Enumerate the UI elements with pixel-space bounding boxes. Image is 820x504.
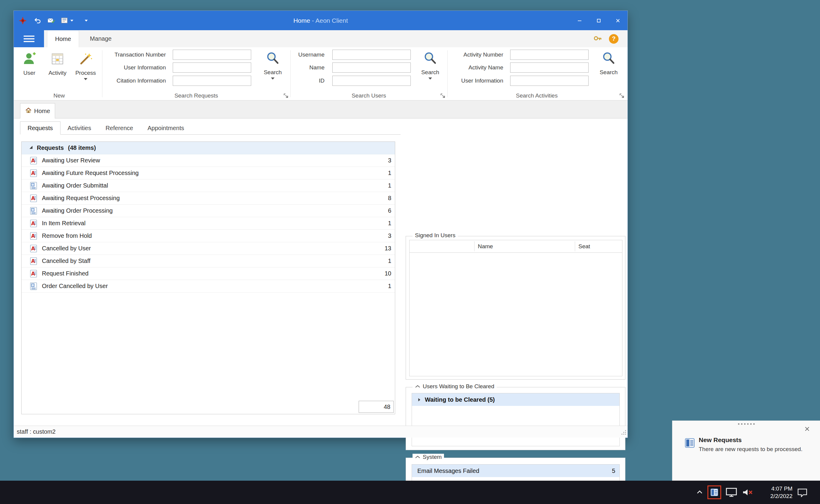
username-input[interactable] xyxy=(332,50,411,60)
system-title[interactable]: System xyxy=(413,454,444,460)
citation-information-input[interactable] xyxy=(173,76,251,86)
customize-quick-access-icon[interactable] xyxy=(85,20,88,22)
dialog-launcher-icon[interactable] xyxy=(440,93,445,98)
ribbon-tab-manage[interactable]: Manage xyxy=(82,30,119,47)
request-queue-row[interactable]: ARequest Finished10 xyxy=(22,267,395,280)
request-queue-row[interactable]: Awaiting Order Submittal1 xyxy=(22,179,395,192)
activity-number-input[interactable] xyxy=(510,50,588,60)
activity-user-information-input[interactable] xyxy=(510,76,588,86)
taskbar-clock[interactable]: 4:07 PM 2/2/2022 xyxy=(758,485,792,500)
collapse-triangle-icon xyxy=(29,145,33,151)
submit-envelope-icon[interactable] xyxy=(47,17,55,24)
aeon-tray-icon[interactable] xyxy=(710,488,719,497)
requests-group-header[interactable]: Requests (48 items) xyxy=(22,142,395,154)
signed-in-users-title: Signed In Users xyxy=(413,232,458,239)
request-user-information-input[interactable] xyxy=(173,63,251,73)
queue-count: 3 xyxy=(388,232,395,239)
tray-chevron-up-icon[interactable] xyxy=(696,489,703,496)
request-document-icon: A xyxy=(29,219,38,228)
request-queue-row[interactable]: AAwaiting User Review3 xyxy=(22,154,395,167)
taskbar: 4:07 PM 2/2/2022 xyxy=(0,481,820,504)
request-queue-row[interactable]: AAwaiting Future Request Processing1 xyxy=(22,167,395,179)
help-icon[interactable]: ? xyxy=(609,34,619,44)
tab-reference[interactable]: Reference xyxy=(98,121,140,135)
request-document-icon: A xyxy=(29,257,38,265)
users-waiting-group: Users Waiting to Be Cleared Waiting to b… xyxy=(406,387,626,450)
network-display-icon[interactable] xyxy=(725,487,737,497)
key-icon[interactable] xyxy=(593,34,602,44)
transaction-number-input[interactable] xyxy=(173,50,251,60)
content-area: Requests Activities Reference Appointmen… xyxy=(14,118,628,426)
ribbon-group-label-new: New xyxy=(16,92,102,99)
ribbon-group-search-activities: Activity Number Activity Name User Infor… xyxy=(447,47,626,100)
document-tab-home[interactable]: Home xyxy=(20,103,55,119)
undo-icon[interactable] xyxy=(34,17,41,24)
search-icon xyxy=(423,51,437,66)
request-document-icon: A xyxy=(29,169,38,177)
indicator-column-header[interactable] xyxy=(410,240,474,253)
name-label: Name xyxy=(292,63,325,73)
routing-form-icon[interactable] xyxy=(61,17,73,24)
dialog-launcher-icon[interactable] xyxy=(619,93,625,98)
new-activity-button[interactable]: Activity xyxy=(44,49,71,93)
request-queue-row[interactable]: ARemove from Hold3 xyxy=(22,230,395,242)
ribbon-group-new: User Activity Process New xyxy=(16,47,102,100)
ribbon-group-label-search-requests: Search Requests xyxy=(102,92,290,99)
svg-text:A: A xyxy=(31,258,35,264)
request-queue-row[interactable]: AAwaiting Request Processing8 xyxy=(22,192,395,205)
close-button[interactable] xyxy=(608,11,628,30)
window-title: Home - Aeon Client xyxy=(14,17,628,24)
queue-count: 1 xyxy=(388,182,395,189)
request-queue-row[interactable]: ACancelled by User13 xyxy=(22,242,395,255)
id-input[interactable] xyxy=(332,76,411,86)
request-document-icon: A xyxy=(29,269,38,278)
search-requests-button[interactable]: Search xyxy=(260,49,286,93)
request-queue-row[interactable]: AIn Item Retrieval1 xyxy=(22,217,395,230)
toast-message: There are new requests to be processed. xyxy=(699,446,802,453)
transaction-number-label: Transaction Number xyxy=(104,50,166,60)
name-input[interactable] xyxy=(332,63,411,73)
svg-text:A: A xyxy=(31,195,35,201)
new-user-label: User xyxy=(23,70,35,76)
resize-grip[interactable] xyxy=(620,429,627,437)
seat-column-header[interactable]: Seat xyxy=(575,240,623,253)
activity-name-input[interactable] xyxy=(510,63,588,73)
email-messages-failed-row[interactable]: Email Messages Failed 5 xyxy=(412,465,620,477)
new-process-button[interactable]: Process xyxy=(72,49,99,93)
titlebar[interactable]: Home - Aeon Client xyxy=(14,11,628,30)
desktop: Home - Aeon Client Home Manage xyxy=(0,0,820,504)
order-document-icon xyxy=(29,207,38,215)
toast-drag-handle[interactable] xyxy=(738,423,755,425)
users-waiting-title[interactable]: Users Waiting to Be Cleared xyxy=(413,383,497,390)
queue-label: Cancelled by User xyxy=(42,245,91,252)
maximize-button[interactable] xyxy=(589,11,608,30)
ribbon-group-search-users: Username Name ID Search Search Users xyxy=(290,47,447,100)
system-title-label: System xyxy=(423,454,442,460)
search-users-button[interactable]: Search xyxy=(417,49,443,93)
ribbon-tab-home[interactable]: Home xyxy=(47,30,79,47)
dialog-launcher-icon[interactable] xyxy=(283,93,289,98)
document-tab-home-label: Home xyxy=(34,108,50,115)
toast-close-icon[interactable] xyxy=(803,425,811,433)
order-document-icon xyxy=(29,182,38,190)
request-user-information-label: User Information xyxy=(104,63,166,73)
queue-label: Awaiting User Review xyxy=(42,157,100,164)
request-queue-row[interactable]: Order Cancelled by User1 xyxy=(22,280,395,293)
action-center-icon[interactable] xyxy=(797,488,808,497)
name-column-header[interactable]: Name xyxy=(474,240,575,253)
request-queue-row[interactable]: ACancelled by Staff1 xyxy=(22,255,395,267)
search-activities-button[interactable]: Search xyxy=(596,49,622,93)
new-user-button[interactable]: User xyxy=(16,49,42,93)
application-menu-button[interactable] xyxy=(14,30,44,47)
minimize-button[interactable] xyxy=(570,11,589,30)
dropdown-caret-icon xyxy=(70,20,73,22)
request-queue-row[interactable]: Awaiting Order Processing6 xyxy=(22,205,395,217)
notification-toast[interactable]: New Requests There are new requests to b… xyxy=(672,421,820,481)
ribbon-group-label-search-users: Search Users xyxy=(290,92,447,99)
waiting-to-be-cleared-row[interactable]: Waiting to be Cleared (5) xyxy=(412,393,620,406)
requests-list: AAwaiting User Review3AAwaiting Future R… xyxy=(22,154,395,293)
tab-appointments[interactable]: Appointments xyxy=(140,121,191,135)
tab-requests[interactable]: Requests xyxy=(20,121,60,135)
tab-activities[interactable]: Activities xyxy=(60,121,98,135)
volume-muted-icon[interactable] xyxy=(742,487,754,497)
